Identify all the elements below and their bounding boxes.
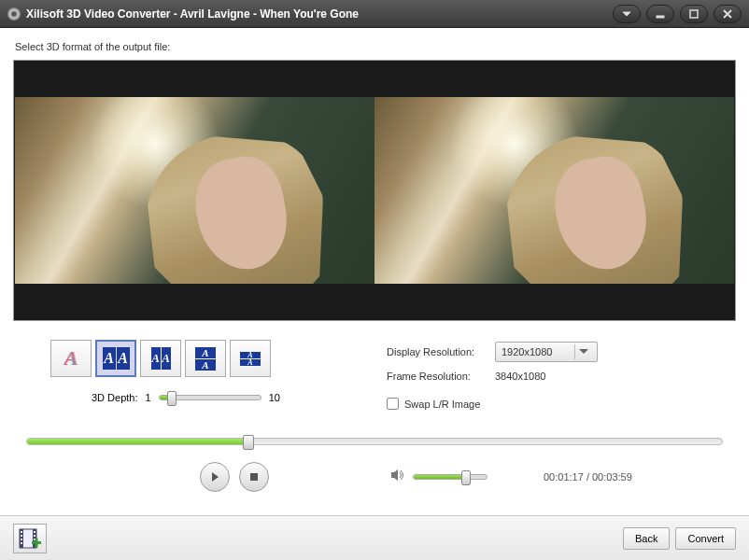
window-title: Xilisoft 3D Video Converter - Avril Lavi… [26, 7, 613, 21]
footer-bar: Back Convert [0, 515, 749, 560]
svg-rect-4 [250, 473, 258, 481]
sbs-full-icon: AA [103, 347, 130, 370]
frame-resolution-label: Frame Resolution: [387, 371, 489, 382]
format-tb-full-button[interactable]: AA [185, 340, 226, 377]
convert-button[interactable]: Convert [675, 527, 736, 550]
anaglyph-icon: A [64, 346, 78, 371]
volume-slider[interactable] [413, 474, 488, 480]
sbs-half-icon: AA [151, 347, 171, 370]
preview-left-eye [15, 97, 374, 284]
chevron-down-icon [574, 344, 591, 359]
format-anaglyph-button[interactable]: A [50, 340, 92, 377]
display-resolution-label: Display Resolution: [387, 346, 489, 357]
depth-min: 1 [146, 392, 151, 403]
display-resolution-select[interactable]: 1920x1080 [495, 342, 598, 362]
film-plus-icon [19, 528, 41, 549]
volume-icon[interactable] [390, 469, 405, 485]
add-file-button[interactable] [13, 524, 47, 553]
svg-rect-10 [21, 539, 22, 540]
format-button-group: A AA AA AA [50, 340, 387, 377]
svg-rect-11 [21, 542, 22, 544]
minimize-button[interactable] [646, 5, 674, 23]
back-button[interactable]: Back [623, 527, 670, 550]
menu-button[interactable] [613, 5, 641, 23]
preview-right-eye [374, 97, 734, 284]
tb-half-icon: AA [240, 352, 261, 366]
frame-resolution-value: 3840x1080 [495, 371, 545, 382]
tb-full-icon: AA [195, 347, 216, 371]
format-tb-half-button[interactable]: AA [230, 340, 271, 377]
instruction-label: Select 3D format of the output file: [15, 41, 736, 52]
svg-rect-13 [34, 535, 35, 537]
svg-rect-3 [690, 10, 698, 18]
depth-slider[interactable] [159, 395, 261, 400]
svg-rect-9 [21, 535, 22, 537]
depth-label: 3D Depth: [92, 392, 138, 403]
swap-lr-checkbox[interactable] [387, 398, 399, 410]
seek-slider[interactable] [26, 438, 723, 445]
svg-rect-2 [657, 16, 664, 18]
svg-rect-17 [35, 538, 38, 547]
maximize-button[interactable] [680, 5, 708, 23]
play-button[interactable] [200, 462, 230, 492]
display-resolution-value: 1920x1080 [502, 346, 552, 357]
swap-lr-label: Swap L/R Image [404, 399, 480, 410]
format-sbs-full-button[interactable]: AA [95, 340, 136, 377]
svg-point-1 [11, 11, 17, 17]
stop-button[interactable] [239, 462, 269, 492]
title-bar: Xilisoft 3D Video Converter - Avril Lavi… [0, 0, 749, 28]
time-display: 00:01:17 / 00:03:59 [544, 471, 632, 483]
format-sbs-half-button[interactable]: AA [140, 340, 181, 377]
app-logo-icon [7, 7, 21, 21]
depth-max: 10 [269, 392, 280, 403]
video-preview [13, 60, 736, 321]
close-button[interactable] [714, 5, 742, 23]
svg-rect-8 [21, 531, 22, 533]
svg-rect-12 [34, 531, 35, 533]
